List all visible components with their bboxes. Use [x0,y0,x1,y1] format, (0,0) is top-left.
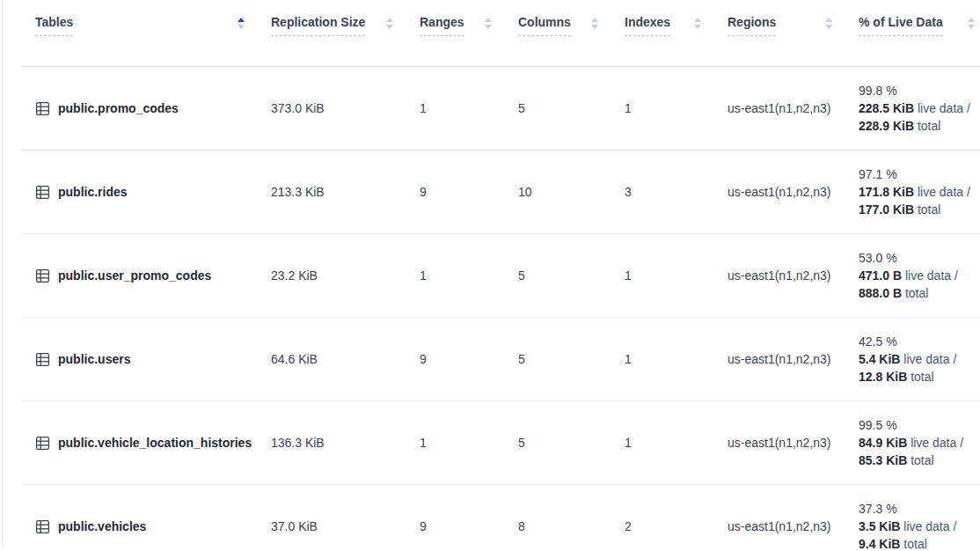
live-data-percent: 99.5 % [859,416,971,434]
live-data-cell: 53.0 % 471.0 B live data / 888.0 B total [859,234,980,318]
indexes-cell: 1 [625,401,728,485]
columns-cell: 8 [518,485,625,551]
ranges-cell: 9 [420,318,518,401]
column-header-regions-label[interactable]: Regions [728,15,776,36]
live-data-line: 5.4 KiB live data / [859,350,971,368]
table-row[interactable]: public.users 64.6 KiB 9 5 1 us-east1(n1,… [21,318,980,401]
column-header-columns-label[interactable]: Columns [518,15,571,36]
columns-cell: 5 [518,67,625,151]
column-header-live-data-label[interactable]: % of Live Data [859,15,943,36]
indexes-cell: 1 [625,67,728,151]
table-name-link[interactable]: public.vehicle_location_histories [58,436,252,450]
live-data-percent: 37.3 % [859,500,971,518]
column-header-ranges[interactable]: Ranges [420,0,518,67]
total-data-line: 85.3 KiB total [859,452,971,469]
column-header-tables[interactable]: Tables [21,0,271,67]
table-grid-icon [35,101,50,116]
total-data-line: 888.0 B total [859,284,971,302]
replication-size-cell: 373.0 KiB [271,67,420,151]
replication-size-cell: 37.0 KiB [271,485,420,551]
table-name-cell[interactable]: public.user_promo_codes [21,234,271,318]
table-name-link[interactable]: public.user_promo_codes [58,268,211,283]
regions-cell: us-east1(n1,n2,n3) [728,485,859,551]
sort-carets-icon[interactable] [386,18,393,29]
live-data-percent: 53.0 % [859,249,971,267]
table-grid-icon [35,436,50,451]
table-name-link[interactable]: public.promo_codes [58,101,179,115]
live-data-line: 471.0 B live data / [859,267,971,284]
regions-cell: us-east1(n1,n2,n3) [728,401,859,485]
live-data-cell: 99.8 % 228.5 KiB live data / 228.9 KiB t… [859,67,980,151]
table-row[interactable]: public.user_promo_codes 23.2 KiB 1 5 1 u… [21,234,980,318]
ranges-cell: 1 [420,401,518,485]
table-name-cell[interactable]: public.vehicles [21,485,271,551]
total-data-line: 12.8 KiB total [859,368,971,386]
columns-cell: 5 [518,318,625,401]
sort-carets-icon[interactable] [238,18,245,29]
column-header-indexes-label[interactable]: Indexes [625,15,670,36]
table-row[interactable]: public.vehicle_location_histories 136.3 … [21,401,980,485]
regions-cell: us-east1(n1,n2,n3) [728,318,859,401]
live-data-cell: 97.1 % 171.8 KiB live data / 177.0 KiB t… [859,151,980,234]
table-name-cell[interactable]: public.promo_codes [21,67,271,151]
total-data-line: 9.4 KiB total [859,535,971,551]
table-row[interactable]: public.vehicles 37.0 KiB 9 8 2 us-east1(… [21,485,980,551]
indexes-cell: 3 [625,151,728,234]
table-row[interactable]: public.rides 213.3 KiB 9 10 3 us-east1(n… [21,151,980,234]
column-header-tables-label[interactable]: Tables [35,15,73,36]
sort-carets-icon[interactable] [485,18,492,29]
ranges-cell: 1 [420,67,518,151]
table-grid-icon [35,268,50,283]
regions-cell: us-east1(n1,n2,n3) [728,67,859,151]
table-name-cell[interactable]: public.users [21,318,271,401]
replication-size-cell: 64.6 KiB [271,318,420,401]
table-name-link[interactable]: public.rides [58,185,128,199]
indexes-cell: 1 [625,234,728,318]
column-header-regions[interactable]: Regions [728,0,859,67]
total-data-line: 177.0 KiB total [859,201,971,218]
sort-carets-icon[interactable] [694,18,701,29]
table-name-link[interactable]: public.users [58,352,130,366]
tables-list-panel: Tables Replication Size Ranges [0,0,980,551]
live-data-line: 84.9 KiB live data / [859,434,971,452]
sort-carets-icon[interactable] [968,18,975,29]
ranges-cell: 9 [420,151,518,234]
table-body: public.promo_codes 373.0 KiB 1 5 1 us-ea… [21,67,980,551]
live-data-percent: 97.1 % [859,165,971,183]
panel-left-border [2,0,3,547]
columns-cell: 5 [518,401,625,485]
column-header-replication-size[interactable]: Replication Size [271,0,420,67]
total-data-line: 228.9 KiB total [859,117,971,135]
live-data-cell: 42.5 % 5.4 KiB live data / 12.8 KiB tota… [859,318,980,401]
live-data-line: 3.5 KiB live data / [859,518,971,535]
regions-cell: us-east1(n1,n2,n3) [728,234,859,318]
replication-size-cell: 136.3 KiB [271,401,420,485]
ranges-cell: 9 [420,485,518,551]
table-name-link[interactable]: public.vehicles [58,519,146,533]
table-row[interactable]: public.promo_codes 373.0 KiB 1 5 1 us-ea… [21,67,980,151]
live-data-cell: 99.5 % 84.9 KiB live data / 85.3 KiB tot… [859,401,980,485]
columns-cell: 10 [518,151,625,234]
indexes-cell: 2 [625,485,728,551]
column-header-ranges-label[interactable]: Ranges [420,15,464,36]
regions-cell: us-east1(n1,n2,n3) [728,151,859,234]
table-name-cell[interactable]: public.rides [21,151,271,234]
live-data-cell: 37.3 % 3.5 KiB live data / 9.4 KiB total [859,485,980,551]
column-header-replication-size-label[interactable]: Replication Size [271,15,365,36]
column-header-indexes[interactable]: Indexes [625,0,728,67]
columns-cell: 5 [518,234,625,318]
sort-carets-icon[interactable] [825,18,832,29]
table-name-cell[interactable]: public.vehicle_location_histories [21,401,271,485]
replication-size-cell: 213.3 KiB [271,151,420,234]
column-header-columns[interactable]: Columns [518,0,625,67]
ranges-cell: 1 [420,234,518,318]
live-data-line: 228.5 KiB live data / [859,99,971,117]
sort-carets-icon[interactable] [591,18,598,29]
live-data-percent: 99.8 % [859,82,971,99]
database-tables-table: Tables Replication Size Ranges [21,0,980,551]
indexes-cell: 1 [625,318,728,401]
table-grid-icon [35,352,50,367]
column-header-live-data[interactable]: % of Live Data [859,0,980,67]
live-data-line: 171.8 KiB live data / [859,183,971,201]
table-grid-icon [35,519,50,534]
